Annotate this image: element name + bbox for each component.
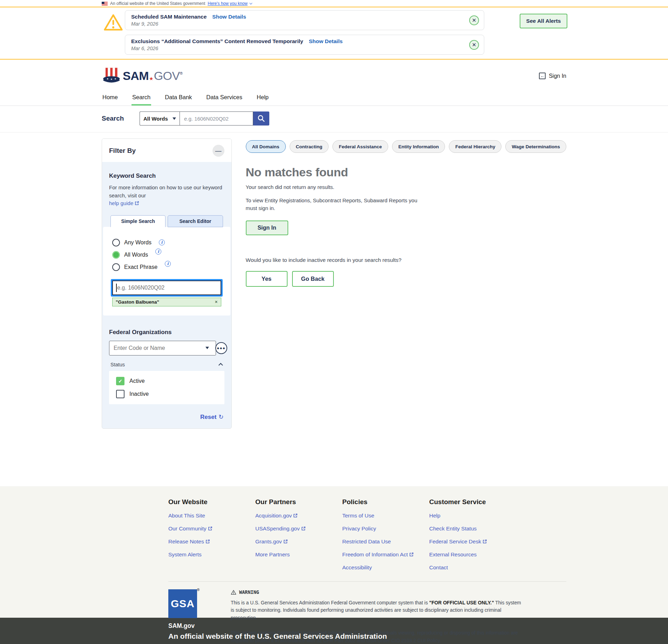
footer-link-contact[interactable]: Contact bbox=[429, 564, 448, 571]
global-search-input[interactable] bbox=[180, 111, 253, 126]
see-all-alerts-button[interactable]: See All Alerts bbox=[520, 14, 567, 28]
radio-option-any-words[interactable]: Any Words i bbox=[112, 239, 221, 246]
nav-item-help[interactable]: Help bbox=[256, 90, 269, 106]
collapse-filters-button[interactable]: — bbox=[212, 145, 224, 157]
info-icon[interactable]: i bbox=[165, 261, 171, 267]
checkbox-label: Active bbox=[129, 378, 145, 384]
keyword-input[interactable] bbox=[112, 280, 221, 295]
radio-button[interactable] bbox=[112, 239, 120, 246]
site-footer: Our Website About This SiteOur Community… bbox=[0, 486, 668, 618]
alert-show-details-link[interactable]: Show Details bbox=[212, 14, 246, 20]
footer-link-federal-service-desk[interactable]: Federal Service Desk bbox=[429, 538, 487, 545]
alert-close-button[interactable]: ✕ bbox=[469, 15, 479, 25]
footer-link-release-notes[interactable]: Release Notes bbox=[168, 538, 210, 545]
search-label: Search bbox=[102, 115, 140, 122]
alert-card: Scheduled SAM Maintenance Show Details M… bbox=[125, 10, 484, 30]
site-header: ★★★ SAM ★ GOV ® ← Sign In bbox=[0, 60, 668, 90]
how-you-know-link[interactable]: Here's how you know bbox=[208, 1, 251, 6]
info-icon[interactable]: i bbox=[159, 239, 165, 245]
footer-column: Our Website About This SiteOur Community… bbox=[168, 498, 255, 571]
radio-label: Any Words bbox=[124, 239, 151, 246]
results-area: All DomainsContractingFederal Assistance… bbox=[246, 138, 566, 287]
footer-link-system-alerts[interactable]: System Alerts bbox=[168, 551, 202, 558]
footer-link-usaspending-gov[interactable]: USASpending.gov bbox=[255, 526, 305, 532]
nav-item-search[interactable]: Search bbox=[131, 90, 151, 106]
footer-link-more-partners[interactable]: More Partners bbox=[255, 551, 290, 558]
header-sign-in-link[interactable]: ← Sign In bbox=[539, 73, 566, 79]
footer-column: Policies Terms of UsePrivacy PolicyRestr… bbox=[342, 498, 429, 571]
footer-link-check-entity-status[interactable]: Check Entity Status bbox=[429, 526, 477, 532]
external-link-icon bbox=[301, 526, 305, 530]
footer-link-our-community[interactable]: Our Community bbox=[168, 526, 212, 532]
warning-small-icon bbox=[231, 590, 236, 595]
footer-column-heading: Our Partners bbox=[255, 498, 342, 506]
inactive-records-question: Would you like to include inactive recor… bbox=[246, 257, 566, 263]
org-select-caret-icon[interactable] bbox=[205, 347, 209, 349]
checkbox[interactable] bbox=[116, 390, 124, 398]
checkbox-label: Inactive bbox=[129, 391, 149, 397]
alert-title: Exclusions “Additional Comments” Content… bbox=[131, 38, 303, 45]
alert-date: Mar 9, 2026 bbox=[131, 21, 463, 27]
checkbox[interactable]: ✓ bbox=[116, 377, 124, 385]
domain-tab-entity-information[interactable]: Entity Information bbox=[392, 140, 445, 153]
radio-button[interactable] bbox=[112, 251, 120, 259]
sam-gov-logo[interactable]: ★★★ SAM ★ GOV ® bbox=[102, 67, 183, 85]
alerts-section: Scheduled SAM Maintenance Show Details M… bbox=[0, 7, 668, 60]
domain-tab-federal-assistance[interactable]: Federal Assistance bbox=[332, 140, 388, 153]
domain-tab-all-domains[interactable]: All Domains bbox=[246, 140, 286, 153]
footer-divider bbox=[168, 581, 566, 582]
radio-option-exact-phrase[interactable]: Exact Phrase i bbox=[112, 263, 221, 271]
help-guide-link[interactable]: help guide bbox=[109, 200, 139, 206]
footer-link-restricted-data-use[interactable]: Restricted Data Use bbox=[342, 538, 391, 545]
domain-tab-contracting[interactable]: Contracting bbox=[290, 140, 329, 153]
search-icon bbox=[257, 115, 265, 122]
status-option-inactive[interactable]: Inactive bbox=[116, 390, 217, 398]
chip-remove-icon[interactable]: × bbox=[215, 299, 217, 305]
external-link-icon bbox=[483, 539, 487, 543]
footer-link-help[interactable]: Help bbox=[429, 513, 440, 519]
nav-item-data-bank[interactable]: Data Bank bbox=[164, 90, 193, 106]
tab-search-editor[interactable]: Search Editor bbox=[168, 215, 223, 227]
search-submit-button[interactable] bbox=[253, 111, 269, 126]
sign-in-button[interactable]: Sign In bbox=[246, 221, 288, 235]
footer-link-accessibility[interactable]: Accessibility bbox=[342, 564, 372, 571]
alert-close-button[interactable]: ✕ bbox=[469, 40, 479, 50]
domain-tab-federal-hierarchy[interactable]: Federal Hierarchy bbox=[449, 140, 501, 153]
radio-button[interactable] bbox=[112, 263, 120, 271]
footer-link-about-this-site[interactable]: About This Site bbox=[168, 513, 205, 519]
reset-icon: ↻ bbox=[218, 414, 223, 420]
yes-button[interactable]: Yes bbox=[246, 271, 288, 287]
status-collapse-icon[interactable] bbox=[218, 363, 223, 367]
sign-in-icon: ← bbox=[539, 73, 546, 79]
top-hat-icon: ★★★ bbox=[102, 67, 121, 85]
alert-show-details-link[interactable]: Show Details bbox=[309, 38, 343, 45]
org-more-options-button[interactable]: ●●● bbox=[215, 342, 227, 354]
footer-link-terms-of-use[interactable]: Terms of Use bbox=[342, 513, 374, 519]
tab-simple-search[interactable]: Simple Search bbox=[110, 215, 166, 227]
footer-link-privacy-policy[interactable]: Privacy Policy bbox=[342, 526, 376, 532]
gov-banner: An official website of the United States… bbox=[0, 0, 668, 7]
nav-item-home[interactable]: Home bbox=[102, 90, 119, 106]
radio-option-all-words[interactable]: All Words i bbox=[112, 251, 221, 259]
warning-triangle-icon bbox=[103, 13, 123, 32]
identifier-footer: SAM.gov An official website of the U.S. … bbox=[0, 618, 668, 644]
footer-site-tagline: An official website of the U.S. General … bbox=[168, 632, 566, 640]
status-option-active[interactable]: ✓ Active bbox=[116, 377, 217, 385]
footer-link-freedom-of-information-act[interactable]: Freedom of Information Act bbox=[342, 551, 413, 558]
search-mode-select[interactable]: All Words bbox=[140, 111, 180, 126]
federal-organizations-input[interactable] bbox=[109, 341, 216, 355]
footer-link-external-resources[interactable]: External Resources bbox=[429, 551, 477, 558]
footer-link-acquisition-gov[interactable]: Acquisition.gov bbox=[255, 513, 297, 519]
info-icon[interactable]: i bbox=[155, 249, 161, 255]
chevron-down-icon bbox=[249, 1, 252, 4]
external-link-icon bbox=[208, 526, 212, 530]
nav-item-data-services[interactable]: Data Services bbox=[205, 90, 243, 106]
reset-filters-link[interactable]: Reset↻ bbox=[200, 414, 224, 420]
domain-tab-wage-determinations[interactable]: Wage Determinations bbox=[505, 140, 566, 153]
no-matches-title: No matches found bbox=[246, 165, 566, 179]
go-back-button[interactable]: Go Back bbox=[292, 271, 334, 287]
us-flag-icon bbox=[102, 2, 108, 6]
gsa-registered-mark: ® bbox=[197, 588, 200, 592]
keyword-info-text: For more information on how to use our k… bbox=[109, 184, 224, 208]
footer-link-grants-gov[interactable]: Grants.gov bbox=[255, 538, 288, 545]
